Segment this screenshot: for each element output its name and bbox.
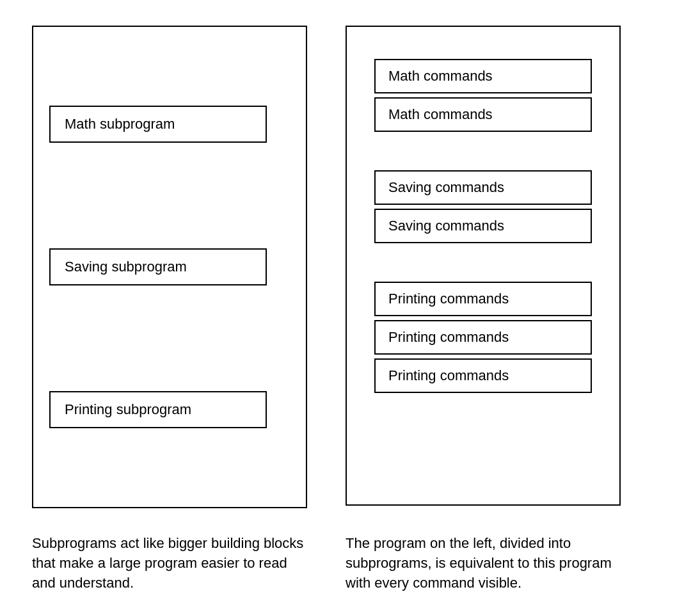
diagrams-row: Math subprogram Saving subprogram Printi… xyxy=(13,13,687,521)
left-diagram: Math subprogram Saving subprogram Printi… xyxy=(32,26,307,508)
math-subprogram-label: Math subprogram xyxy=(49,106,267,143)
math-subprogram-box: Math subprogram xyxy=(49,106,290,143)
math-command-group: Math commands Math commands xyxy=(363,49,603,141)
printing-command-3: Printing commands xyxy=(374,358,592,393)
math-command-1: Math commands xyxy=(374,59,592,93)
saving-command-1: Saving commands xyxy=(374,170,592,205)
descriptions-row: Subprograms act like bigger building blo… xyxy=(13,521,687,599)
printing-subprogram-label: Printing subprogram xyxy=(49,391,267,428)
right-description: The program on the left, divided into su… xyxy=(346,534,621,593)
spacer-1 xyxy=(363,141,603,161)
left-description: Subprograms act like bigger building blo… xyxy=(32,534,307,593)
left-diagram-inner: Math subprogram Saving subprogram Printi… xyxy=(49,40,290,494)
right-diagram-inner: Math commands Math commands Saving comma… xyxy=(363,40,603,412)
printing-command-2: Printing commands xyxy=(374,320,592,355)
saving-command-2: Saving commands xyxy=(374,209,592,243)
printing-command-group: Printing commands Printing commands Prin… xyxy=(363,272,603,403)
right-diagram: Math commands Math commands Saving comma… xyxy=(346,26,621,506)
printing-command-1: Printing commands xyxy=(374,282,592,316)
saving-subprogram-label: Saving subprogram xyxy=(49,248,267,285)
main-container: Math subprogram Saving subprogram Printi… xyxy=(13,13,687,599)
printing-subprogram-box: Printing subprogram xyxy=(49,391,290,428)
saving-subprogram-box: Saving subprogram xyxy=(49,248,290,285)
saving-command-group: Saving commands Saving commands xyxy=(363,161,603,253)
math-command-2: Math commands xyxy=(374,97,592,132)
spacer-2 xyxy=(363,253,603,272)
